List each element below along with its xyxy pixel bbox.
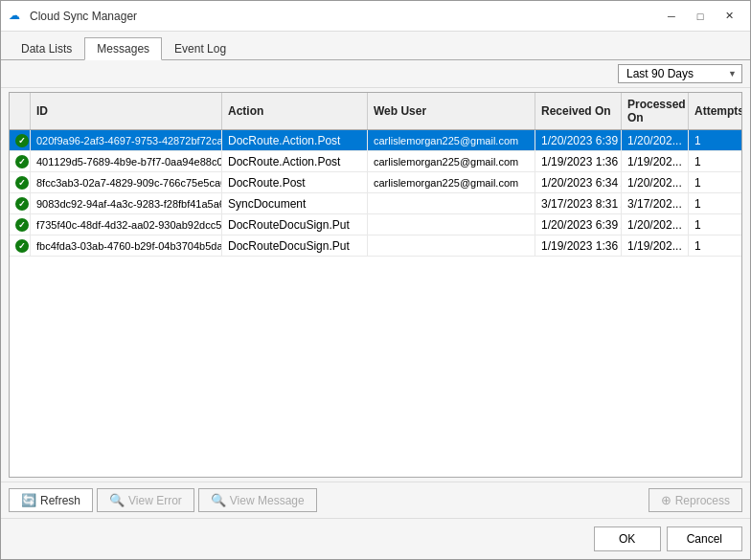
- web-user-cell: [368, 193, 535, 213]
- status-cell: ✓: [10, 151, 31, 171]
- processed-on-cell: 1/19/202...: [622, 235, 689, 256]
- close-button[interactable]: ✕: [716, 7, 742, 26]
- web-user-cell: carlislemorgan225@gmail.com: [368, 130, 535, 150]
- success-icon: ✓: [15, 176, 29, 190]
- success-icon: ✓: [15, 239, 29, 253]
- processed-on-cell: 1/20/202...: [622, 214, 689, 235]
- tab-bar: Data Lists Messages Event Log: [1, 32, 750, 60]
- view-message-icon: 🔍: [211, 493, 226, 507]
- tab-data-lists[interactable]: Data Lists: [9, 37, 84, 60]
- id-cell: 020f9a96-2af3-4697-9753-42872bf72ca6: [31, 130, 222, 150]
- view-message-label: View Message: [230, 494, 305, 507]
- table-row[interactable]: ✓401129d5-7689-4b9e-b7f7-0aa94e88c056Doc…: [10, 151, 741, 172]
- title-bar: ☁ Cloud Sync Manager ─ □ ✕: [1, 1, 750, 32]
- status-cell: ✓: [10, 130, 31, 150]
- col-status: [10, 93, 31, 129]
- tab-event-log[interactable]: Event Log: [162, 37, 239, 60]
- attempts-cell: 1: [689, 172, 741, 192]
- view-error-button[interactable]: 🔍 View Error: [97, 488, 194, 512]
- reprocess-label: Reprocess: [675, 494, 730, 507]
- col-id: ID: [31, 93, 222, 129]
- table-row[interactable]: ✓8fcc3ab3-02a7-4829-909c-766c75e5ca68Doc…: [10, 172, 741, 193]
- ok-button[interactable]: OK: [594, 526, 661, 551]
- table-row[interactable]: ✓020f9a96-2af3-4697-9753-42872bf72ca6Doc…: [10, 130, 741, 151]
- processed-on-cell: 1/19/202...: [622, 151, 689, 171]
- processed-on-cell: 3/17/202...: [622, 193, 689, 213]
- refresh-label: Refresh: [40, 494, 80, 507]
- table-row[interactable]: ✓fbc4fda3-03ab-4760-b29f-04b3704b5dacDoc…: [10, 235, 741, 257]
- status-cell: ✓: [10, 193, 31, 213]
- col-web-user: Web User: [368, 93, 535, 129]
- success-icon: ✓: [15, 218, 29, 232]
- processed-on-cell: 1/20/202...: [622, 130, 689, 150]
- refresh-button[interactable]: 🔄 Refresh: [9, 488, 93, 512]
- web-user-cell: carlislemorgan225@gmail.com: [368, 172, 535, 192]
- filter-dropdown[interactable]: Last 90 Days Last 30 Days Last 7 Days Al…: [618, 64, 742, 83]
- table-body: ✓020f9a96-2af3-4697-9753-42872bf72ca6Doc…: [10, 130, 741, 477]
- action-cell: DocRoute.Post: [222, 172, 368, 192]
- minimize-button[interactable]: ─: [658, 7, 685, 26]
- web-user-cell: [368, 235, 535, 256]
- received-on-cell: 1/20/2023 6:34 AM: [535, 172, 622, 192]
- attempts-cell: 1: [689, 193, 741, 213]
- footer-actions: 🔄 Refresh 🔍 View Error 🔍 View Message ⊕ …: [1, 482, 750, 518]
- view-error-label: View Error: [128, 494, 182, 507]
- filter-toolbar: Last 90 Days Last 30 Days Last 7 Days Al…: [1, 60, 750, 88]
- cancel-button[interactable]: Cancel: [667, 526, 742, 551]
- view-error-icon: 🔍: [109, 493, 125, 507]
- attempts-cell: 1: [689, 151, 741, 171]
- table-row[interactable]: ✓f735f40c-48df-4d32-aa02-930ab92dcc5fDoc…: [10, 214, 741, 235]
- tab-messages[interactable]: Messages: [84, 37, 162, 60]
- id-cell: 401129d5-7689-4b9e-b7f7-0aa94e88c056: [31, 151, 222, 171]
- web-user-cell: [368, 214, 535, 235]
- action-cell: SyncDocument: [222, 193, 368, 213]
- action-cell: DocRouteDocuSign.Put: [222, 235, 368, 256]
- attempts-cell: 1: [689, 130, 741, 150]
- id-cell: f735f40c-48df-4d32-aa02-930ab92dcc5f: [31, 214, 222, 235]
- window-title: Cloud Sync Manager: [30, 10, 137, 23]
- success-icon: ✓: [15, 155, 29, 168]
- success-icon: ✓: [15, 134, 29, 147]
- table-row[interactable]: ✓9083dc92-94af-4a3c-9283-f28fbf41a5a6Syn…: [10, 193, 741, 214]
- id-cell: 8fcc3ab3-02a7-4829-909c-766c75e5ca68: [31, 172, 222, 192]
- col-received-on: Received On: [535, 93, 622, 129]
- reprocess-icon: ⊕: [661, 493, 671, 507]
- received-on-cell: 3/17/2023 8:31 AM: [535, 193, 622, 213]
- footer-right-buttons: ⊕ Reprocess: [649, 488, 742, 512]
- status-cell: ✓: [10, 214, 31, 235]
- received-on-cell: 1/19/2023 1:36 PM: [535, 151, 622, 171]
- web-user-cell: carlislemorgan225@gmail.com: [368, 151, 535, 171]
- success-icon: ✓: [15, 197, 29, 211]
- reprocess-button[interactable]: ⊕ Reprocess: [649, 488, 742, 512]
- received-on-cell: 1/20/2023 6:39 AM: [535, 214, 622, 235]
- id-cell: 9083dc92-94af-4a3c-9283-f28fbf41a5a6: [31, 193, 222, 213]
- attempts-cell: 1: [689, 214, 741, 235]
- main-window: ☁ Cloud Sync Manager ─ □ ✕ Data Lists Me…: [0, 0, 751, 560]
- col-action: Action: [222, 93, 368, 129]
- title-bar-left: ☁ Cloud Sync Manager: [9, 9, 137, 24]
- action-cell: DocRouteDocuSign.Put: [222, 214, 368, 235]
- col-attempts: Attempts: [689, 93, 741, 129]
- status-cell: ✓: [10, 235, 31, 256]
- dialog-footer: OK Cancel: [1, 518, 750, 559]
- title-controls: ─ □ ✕: [658, 7, 742, 26]
- app-icon: ☁: [9, 9, 24, 24]
- id-cell: fbc4fda3-03ab-4760-b29f-04b3704b5dac: [31, 235, 222, 256]
- footer-left-buttons: 🔄 Refresh 🔍 View Error 🔍 View Message: [9, 488, 317, 512]
- action-cell: DocRoute.Action.Post: [222, 151, 368, 171]
- view-message-button[interactable]: 🔍 View Message: [198, 488, 317, 512]
- filter-dropdown-wrapper: Last 90 Days Last 30 Days Last 7 Days Al…: [618, 64, 742, 83]
- processed-on-cell: 1/20/202...: [622, 172, 689, 192]
- status-cell: ✓: [10, 172, 31, 192]
- table-header: ID Action Web User Received On Processed…: [10, 93, 741, 130]
- col-processed-on: Processed On: [622, 93, 689, 129]
- maximize-button[interactable]: □: [687, 7, 714, 26]
- action-cell: DocRoute.Action.Post: [222, 130, 368, 150]
- received-on-cell: 1/19/2023 1:36 PM: [535, 235, 622, 256]
- attempts-cell: 1: [689, 235, 741, 256]
- received-on-cell: 1/20/2023 6:39 AM: [535, 130, 622, 150]
- refresh-icon: 🔄: [21, 493, 36, 507]
- messages-table-container: ID Action Web User Received On Processed…: [9, 92, 742, 478]
